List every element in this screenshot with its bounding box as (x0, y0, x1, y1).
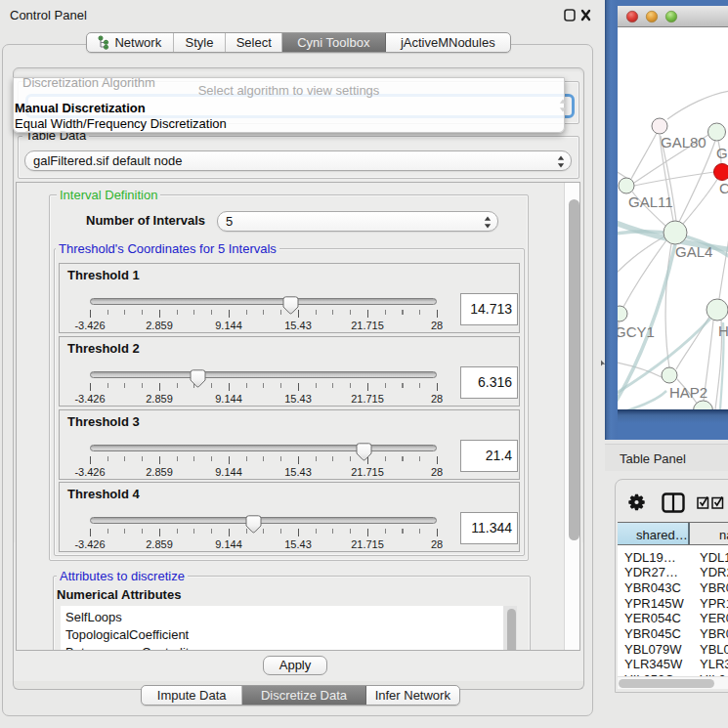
svg-text:GAL80: GAL80 (661, 134, 707, 150)
svg-text:H: H (718, 322, 728, 339)
svg-text:GCY1: GCY1 (618, 323, 655, 340)
svg-text:G: G (716, 145, 728, 161)
svg-text:GAL11: GAL11 (628, 193, 673, 210)
svg-text:HAP2: HAP2 (669, 384, 707, 401)
svg-text:C: C (719, 180, 728, 196)
svg-text:GAL4: GAL4 (675, 243, 712, 260)
